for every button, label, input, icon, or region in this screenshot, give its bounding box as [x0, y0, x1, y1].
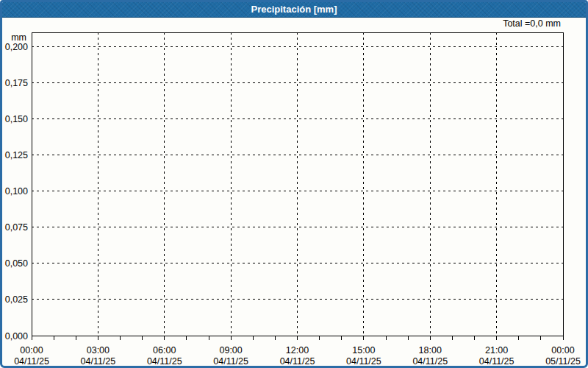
x-time-label: 00:00 [20, 345, 43, 355]
x-date-label: 04/11/25 [280, 356, 315, 367]
y-tick-label: 0,050 [5, 258, 28, 269]
title-bar: Precipitación [mm] [2, 2, 586, 18]
x-time-label: 21:00 [485, 345, 508, 355]
y-tick-label: 0,175 [5, 78, 28, 88]
x-date-label: 04/11/25 [147, 356, 182, 367]
y-tick-label: 0,000 [5, 331, 28, 342]
plot-svg: 0,2000,1750,1500,1250,1000,0750,0500,025… [2, 2, 588, 368]
chart-title: Precipitación [mm] [251, 4, 337, 15]
y-tick-label: 0,200 [5, 42, 28, 52]
x-date-label: 04/11/25 [81, 356, 116, 367]
x-time-label: 00:00 [551, 345, 574, 355]
x-time-label: 12:00 [286, 345, 309, 355]
y-tick-label: 0,075 [5, 222, 28, 233]
x-date-label: 04/11/25 [14, 356, 49, 367]
x-time-label: 06:00 [153, 345, 176, 355]
total-label: Total =0,0 mm [2, 18, 561, 29]
x-date-label: 04/11/25 [479, 356, 514, 367]
x-time-label: 18:00 [419, 345, 442, 355]
chart-window: 0,2000,1750,1500,1250,1000,0750,0500,025… [0, 0, 588, 368]
x-time-label: 15:00 [352, 345, 375, 355]
x-date-label: 04/11/25 [213, 356, 248, 367]
x-date-label: 04/11/25 [412, 356, 448, 367]
y-tick-label: 0,125 [5, 150, 28, 160]
x-time-label: 03:00 [87, 345, 110, 355]
y-axis-unit-label: mm [2, 32, 26, 43]
x-date-label: 05/11/25 [545, 356, 581, 367]
y-tick-label: 0,100 [5, 186, 28, 197]
x-date-label: 04/11/25 [346, 356, 381, 367]
y-tick-label: 0,150 [5, 114, 28, 124]
x-time-label: 09:00 [219, 345, 242, 355]
y-tick-label: 0,025 [5, 294, 28, 305]
